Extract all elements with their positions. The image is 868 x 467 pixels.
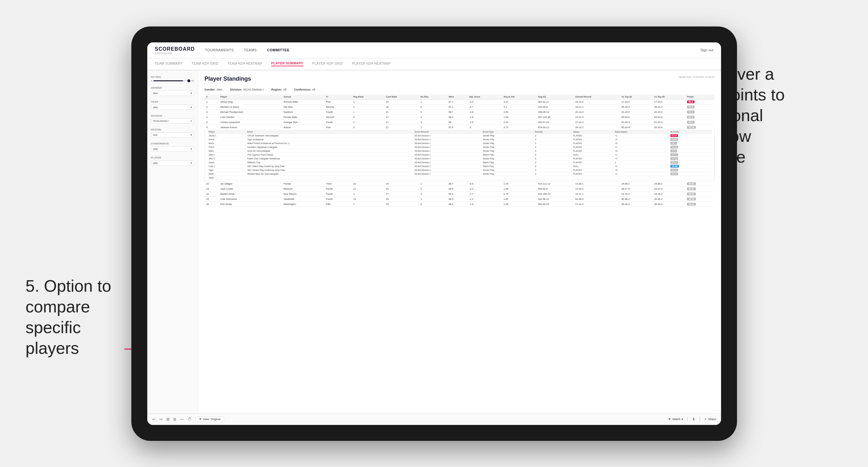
sub-cell-points[interactable]: 73.23 xyxy=(669,145,712,149)
cell-points[interactable]: 60.68 xyxy=(685,181,714,186)
sub-cell-player: Luke I xyxy=(208,164,246,168)
cell-yr: Second xyxy=(324,104,352,110)
cell-adj-score: -1.8 xyxy=(468,201,502,207)
sidebar-year-select[interactable]: (All) ▾ xyxy=(151,104,194,110)
sub-cell-points[interactable]: 53.60 xyxy=(669,137,712,141)
sub-row: Mare Amer An Intercollegiate NCAA Divisi… xyxy=(208,149,712,153)
undo-icon[interactable]: ↩ xyxy=(152,417,156,422)
cell-conf-rank: 23 xyxy=(384,196,419,201)
nav-teams[interactable]: TEAMS xyxy=(244,48,257,52)
cell-avg-par: 2.09 xyxy=(502,110,536,115)
sub-cell-status: PLAYED xyxy=(572,149,614,153)
slider-max: 52 xyxy=(192,80,194,82)
cell-vs25: 61-20-3 xyxy=(620,120,652,125)
sub-cell-type: Stroke Play xyxy=(482,145,534,149)
col-avg-sg: Avg SG xyxy=(536,94,574,99)
sub-cell-points[interactable]: 66.40 xyxy=(669,172,712,176)
filter-row: Gender: Men Division: NCAA Division I Re… xyxy=(205,88,715,91)
sub-cell-points[interactable]: 56.18 xyxy=(669,168,712,172)
download-icon[interactable]: ⬇ xyxy=(692,417,695,422)
cell-reg-rank: 11 xyxy=(351,186,384,191)
cell-points[interactable]: 58.18 xyxy=(685,125,714,130)
clock-icon[interactable]: ⏱ xyxy=(188,417,192,422)
sub-cell-rounds: 3 xyxy=(534,141,572,145)
sub-cell-points[interactable]: 46.7 xyxy=(669,141,712,145)
sub-row: Mattl Mirabel Maui Jim Intercollegiate N… xyxy=(208,172,712,176)
watch-label: Watch xyxy=(672,417,680,421)
sidebar-no-rds: No Rds. 4 52 xyxy=(151,75,194,82)
cell-adj-score: -2.8 xyxy=(468,110,502,115)
toolbar-divider-2: | xyxy=(699,416,700,422)
cell-adj-score: -2.3 xyxy=(468,186,502,191)
cell-points[interactable]: 68.2 xyxy=(685,99,714,104)
cell-points[interactable]: 60.02 xyxy=(685,191,714,196)
cell-avg-sg: 208-09-13 xyxy=(536,110,574,115)
view-original-button[interactable]: 👁 View: Original xyxy=(195,416,224,422)
chevron-down-icon-3: ▾ xyxy=(191,120,192,122)
dash-icon[interactable]: — xyxy=(180,417,184,422)
cell-school: Missouri xyxy=(282,186,324,191)
sidebar-conference-select[interactable]: (All) ▾ xyxy=(151,146,194,152)
cell-points[interactable]: 76.2 xyxy=(685,104,714,110)
cell-vs25: 29-38-2 xyxy=(620,181,652,186)
slider-track[interactable] xyxy=(153,80,190,81)
sub-cell-rank: +0 xyxy=(614,137,669,141)
chevron-down-icon-5: ▾ xyxy=(191,148,192,151)
sub-nav-player-h2h-heatmap[interactable]: PLAYER H2H HEATMAP xyxy=(352,62,391,66)
cell-points[interactable]: 70.1 xyxy=(685,110,714,115)
nav-tournaments[interactable]: TOURNAMENTS xyxy=(205,48,234,52)
sub-cell-event: UNCW Seahawk Intercollegiate xyxy=(246,133,413,137)
sub-cell-points[interactable]: 16.50 xyxy=(669,157,712,160)
nav-committee[interactable]: COMMITTEE xyxy=(267,48,290,52)
sub-cell-points[interactable]: 37.5 xyxy=(669,149,712,153)
sub-cell-points[interactable]: 43.64 xyxy=(669,133,712,137)
cell-wins: 68.6 xyxy=(447,201,467,207)
cell-points[interactable]: 60.9 xyxy=(685,120,714,125)
cell-reg-rank: 12 xyxy=(351,196,384,201)
cell-wins: 68.5 xyxy=(447,186,467,191)
col-adj-score: Adj. Score xyxy=(468,94,502,99)
sub-nav-player-h2h-grid[interactable]: PLAYER H2H GRID xyxy=(312,62,343,66)
sub-cell-rank: +1 xyxy=(614,145,669,149)
cell-wins: 68.9 xyxy=(447,196,467,201)
cell-no-rds: 0 xyxy=(419,104,447,110)
cell-points[interactable]: 60.27 xyxy=(685,186,714,191)
sub-nav-team-h2h-grid[interactable]: TEAM H2H GRID xyxy=(192,62,219,66)
sub-nav-player-summary[interactable]: PLAYER SUMMARY xyxy=(271,62,304,66)
sidebar-gender-select[interactable]: Men ▾ xyxy=(151,91,194,96)
sidebar-division-select[interactable]: NCAA Division I ▾ xyxy=(151,119,194,124)
sub-cell-type: Match Play xyxy=(482,153,534,157)
sub-cell-points[interactable]: 30.47 xyxy=(669,160,712,164)
cell-points[interactable]: 59.95 xyxy=(685,196,714,201)
copy-icon[interactable]: ⧉ xyxy=(174,417,176,422)
sub-cell-points[interactable]: 25.98 xyxy=(669,164,712,168)
sub-row: Gordi Tiger Invitational NCAA Division I… xyxy=(208,137,712,141)
table-row: 24 Bastien Amat New Mexico Fourth 1 27 2… xyxy=(205,191,714,196)
nav-links: TOURNAMENTS TEAMS COMMITTEE xyxy=(205,48,700,52)
sub-cell-type: Match Play xyxy=(482,160,534,164)
sub-cell-event: SEC Match Play hosted by Jerry Pate xyxy=(246,164,413,168)
redo-icon[interactable]: ↪ xyxy=(159,417,162,422)
sub-col: Rank Impact xyxy=(614,130,669,134)
tablet-frame: SCOREBOARD Powered by clippi TOURNAMENTS… xyxy=(131,27,737,441)
share-button[interactable]: ↗ Share xyxy=(704,417,716,421)
cell-avg-par: 1.65 xyxy=(502,196,536,201)
cell-overall: 28-12-7 xyxy=(574,125,620,130)
grid-icon[interactable]: ⊞ xyxy=(166,417,169,422)
sub-cell-rank: +1 xyxy=(614,157,669,160)
cell-vs25: 50-16-8 xyxy=(620,125,652,130)
sub-nav-team-summary[interactable]: TEAM SUMMARY xyxy=(155,62,183,66)
sub-cell-points[interactable]: 34.11 xyxy=(669,153,712,157)
cell-vs25: 65-54-6 xyxy=(620,115,652,120)
chevron-down-icon: ▾ xyxy=(191,92,192,95)
sub-header-row: PlayerEventEvent DivisionEvent TypeRound… xyxy=(208,130,712,134)
cell-points[interactable]: 58.49 xyxy=(685,201,714,207)
cell-yr: Fourth xyxy=(324,110,352,115)
watch-button[interactable]: 👁 Watch ▾ xyxy=(668,417,683,421)
cell-points[interactable]: 68.3 xyxy=(685,115,714,120)
sidebar-region-select[interactable]: N/A ▾ xyxy=(151,132,194,138)
sidebar-player-select[interactable]: (All) ▾ xyxy=(151,160,194,166)
sign-out-link[interactable]: Sign out xyxy=(700,48,713,52)
sub-nav-team-h2h-heatmap[interactable]: TEAM H2H HEATMAP xyxy=(227,62,262,66)
cell-vs25: 19-16-2 xyxy=(620,191,652,196)
